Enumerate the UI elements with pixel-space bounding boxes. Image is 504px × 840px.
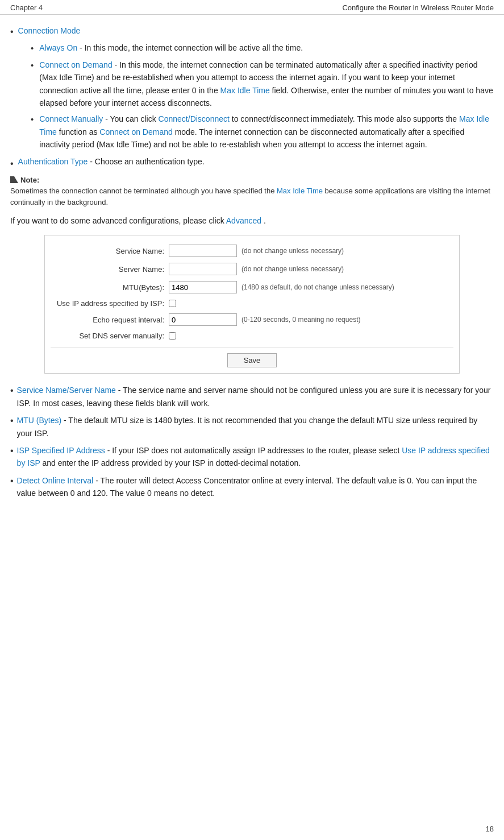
dns-label: Set DNS server manually:	[51, 332, 164, 340]
connect-manually-desc3: function as	[59, 127, 100, 136]
page-number: 18	[486, 825, 494, 833]
save-button[interactable]: Save	[227, 353, 277, 367]
mtu-label: MTU(Bytes):	[51, 283, 164, 292]
connection-mode-label: Connection Mode	[18, 25, 81, 37]
echo-input[interactable]	[169, 313, 237, 326]
advanced-line: If you want to do some advanced configur…	[10, 214, 494, 227]
dns-checkbox[interactable]	[169, 332, 176, 340]
mtu-desc-bullet: • MTU (Bytes) - The default MTU size is …	[10, 414, 494, 440]
mtu-row: MTU(Bytes): (1480 as default, do not cha…	[51, 281, 453, 293]
connect-manually-desc2: to connect/disconnect immediately. This …	[232, 114, 459, 123]
chapter-label: Chapter 4	[10, 3, 43, 12]
auth-type-desc: - Choose an authentication type.	[90, 157, 205, 166]
mtu-desc-dot: •	[10, 414, 14, 428]
isp-ip-desc-dot: •	[10, 444, 14, 458]
service-name-label: Service Name:	[51, 247, 164, 255]
detect-online-dot: •	[10, 474, 14, 488]
auth-type-text: Authentication Type - Choose an authenti…	[18, 157, 205, 166]
use-ip-checkbox[interactable]	[169, 300, 176, 307]
use-ip-label: Use IP address specified by ISP:	[51, 299, 164, 308]
connect-on-demand-label: Connect on Demand	[39, 60, 112, 69]
connect-disconnect-link: Connect/Disconnect	[159, 114, 230, 123]
description-bullets: • Service Name/Server Name - The service…	[10, 384, 494, 499]
auth-type-bullet-dot: •	[10, 158, 14, 170]
connection-mode-sub-bullets: • Always On - In this mode, the internet…	[31, 42, 494, 151]
note-title-text: Note:	[20, 176, 39, 184]
connect-manually-label: Connect Manually	[39, 114, 103, 123]
echo-hint: (0-120 seconds, 0 meaning no request)	[241, 316, 360, 324]
connection-mode-bullet-dot: •	[10, 26, 14, 38]
service-name-desc-bullet: • Service Name/Server Name - The service…	[10, 384, 494, 409]
advanced-text-after: .	[264, 216, 266, 225]
server-name-row: Server Name: (do not change unless neces…	[51, 263, 453, 275]
echo-label: Echo request interval:	[51, 316, 164, 324]
mtu-desc-text: MTU (Bytes) - The default MTU size is 14…	[17, 414, 494, 440]
always-on-text: Always On - In this mode, the internet c…	[39, 42, 303, 54]
note-text: Sometimes the connection cannot be termi…	[10, 185, 494, 208]
always-on-bullet: • Always On - In this mode, the internet…	[31, 42, 494, 55]
page-header: Chapter 4 Configure the Router in Wirele…	[0, 0, 504, 15]
note-text-before: Sometimes the connection cannot be termi…	[10, 187, 277, 195]
connect-manually-bullet: • Connect Manually - You can click Conne…	[31, 113, 494, 151]
connect-on-demand-dot: •	[31, 59, 34, 72]
advanced-text-before: If you want to do some advanced configur…	[10, 216, 226, 225]
note-block: Note: Sometimes the connection cannot be…	[10, 176, 494, 208]
mtu-hint: (1480 as default, do not change unless n…	[241, 283, 394, 291]
detect-online-desc-text: Detect Online Interval - The router will…	[17, 474, 494, 500]
server-name-hint: (do not change unless necessary)	[241, 265, 344, 273]
connect-on-demand-text: Connect on Demand - In this mode, the in…	[39, 59, 494, 110]
echo-interval-row: Echo request interval: (0-120 seconds, 0…	[51, 313, 453, 326]
service-name-desc-text: Service Name/Server Name - The service n…	[17, 384, 494, 409]
isp-ip-desc-bullet: • ISP Specified IP Address - If your ISP…	[10, 444, 494, 470]
always-on-label: Always On	[39, 43, 77, 52]
note-max-idle-highlight: Max Idle Time	[277, 187, 323, 195]
advanced-link: Advanced	[226, 216, 261, 225]
service-name-input[interactable]	[169, 245, 237, 257]
always-on-dot: •	[31, 42, 34, 55]
isp-ip-desc-text: ISP Specified IP Address - If your ISP d…	[17, 444, 494, 470]
service-name-row: Service Name: (do not change unless nece…	[51, 245, 453, 257]
mtu-desc-content: - The default MTU size is 1480 bytes. It…	[17, 416, 478, 437]
server-name-input[interactable]	[169, 263, 237, 275]
auth-type-label: Authentication Type	[18, 157, 88, 166]
service-server-name-label: Service Name/Server Name	[17, 386, 116, 395]
mtu-desc-label: MTU (Bytes)	[17, 416, 62, 425]
note-title: Note:	[10, 176, 494, 184]
connect-manually-cod-link: Connect on Demand	[99, 127, 172, 136]
isp-ip-desc2: and enter the IP address provided by you…	[43, 458, 301, 467]
detect-online-label: Detect Online Interval	[17, 476, 94, 485]
page-section-label: Configure the Router in Wireless Router …	[342, 3, 494, 12]
auth-type-section: • Authentication Type - Choose an authen…	[10, 157, 494, 170]
advanced-config-form: Service Name: (do not change unless nece…	[44, 235, 460, 374]
service-name-desc-dot: •	[10, 384, 14, 398]
connect-manually-dot: •	[31, 113, 34, 126]
note-flag-icon	[10, 176, 18, 183]
service-name-hint: (do not change unless necessary)	[241, 247, 344, 255]
connect-manually-text: Connect Manually - You can click Connect…	[39, 113, 494, 151]
save-row: Save	[51, 347, 453, 367]
connect-manually-desc1: - You can click	[105, 114, 158, 123]
dns-row: Set DNS server manually:	[51, 332, 453, 340]
mtu-input[interactable]	[169, 281, 237, 293]
detect-online-desc-bullet: • Detect Online Interval - The router wi…	[10, 474, 494, 500]
connect-on-demand-bullet: • Connect on Demand - In this mode, the …	[31, 59, 494, 110]
always-on-desc: - In this mode, the internet connection …	[80, 43, 303, 52]
use-ip-row: Use IP address specified by ISP:	[51, 299, 453, 308]
isp-ip-desc1: - If your ISP does not automatically ass…	[107, 446, 402, 455]
connect-on-demand-max-idle: Max Idle Time	[220, 86, 270, 95]
isp-ip-label: ISP Specified IP Address	[17, 446, 105, 455]
server-name-label: Server Name:	[51, 265, 164, 274]
